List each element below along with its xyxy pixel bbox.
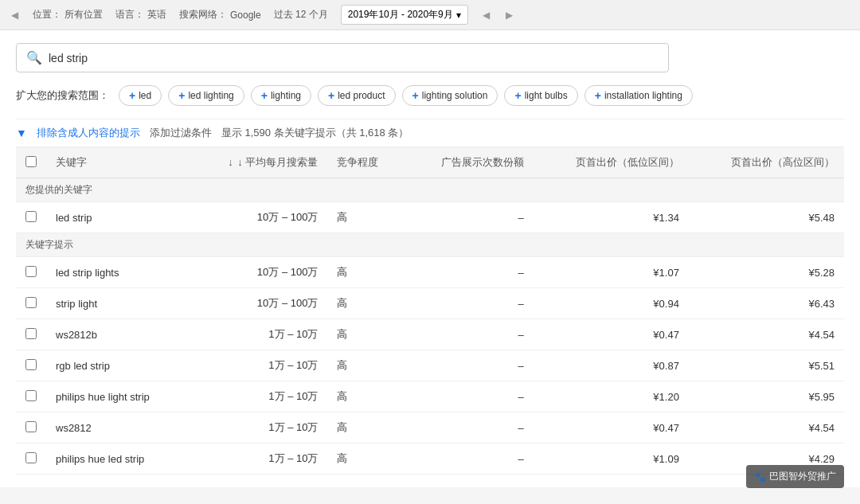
language-label: 语言： [115,8,144,21]
row-bid-high: ¥4.54 [689,412,844,443]
row-checkbox-cell[interactable] [16,443,46,475]
row-bid-low: ¥0.47 [534,412,689,443]
watermark: 🐾 巴图智外贸推广 [746,465,844,487]
date-range-button[interactable]: 2019年10月 - 2020年9月 ▾ [341,5,468,25]
row-impression: – [405,443,534,475]
row-competition: 高 [327,288,404,319]
row-impression: – [405,319,534,350]
period-label: 过去 12 个月 [274,8,328,21]
row-keyword: led strip lights [46,257,190,288]
filter-bar: ▼ 排除含成人内容的提示 添加过滤条件 显示 1,590 条关键字提示（共 1,… [16,119,844,147]
row-competition: 高 [327,381,404,412]
row-volume: 1万 – 10万 [190,443,328,475]
tag-label-installation-lighting: installation lighting [604,90,682,101]
select-all-checkbox[interactable] [25,156,37,167]
watermark-text: 巴图智外贸推广 [769,470,836,483]
row-competition: 高 [327,202,404,233]
table-row: led strip 10万 – 100万 高 – ¥1.34 ¥5.48 [16,202,844,233]
row-checkbox-cell[interactable] [16,202,46,233]
row-checkbox[interactable] [25,211,37,222]
row-keyword: philips hue led strip [46,443,190,475]
row-checkbox[interactable] [25,328,37,339]
row-volume: 10万 – 100万 [190,257,328,288]
search-query: led strip [49,52,88,64]
filter-count: 显示 1,590 条关键字提示（共 1,618 条） [221,126,409,140]
table-row: philips hue led strip 1万 – 10万 高 – ¥1.09… [16,443,844,475]
watermark-icon: 🐾 [754,471,766,483]
row-bid-low: ¥0.94 [534,288,689,319]
row-competition: 高 [327,350,404,381]
row-checkbox-cell[interactable] [16,319,46,350]
tag-light-bulbs[interactable]: + light bulbs [504,85,577,106]
plus-icon-lighting-solution: + [412,89,419,102]
row-competition: 高 [327,319,404,350]
tag-label-lighting: lighting [271,90,301,101]
tag-label-led-product: led product [338,90,385,101]
row-checkbox-cell[interactable] [16,412,46,443]
network-value[interactable]: Google [230,10,261,21]
next-arrow[interactable]: ▶ [504,10,514,21]
row-checkbox[interactable] [25,359,37,370]
row-bid-low: ¥0.87 [534,350,689,381]
expand-section: 扩大您的搜索范围： + led + led lighting + lightin… [16,85,844,106]
tag-led-lighting[interactable]: + led lighting [168,85,244,106]
row-volume: 1万 – 10万 [190,350,328,381]
tag-led[interactable]: + led [119,85,162,106]
row-competition: 高 [327,257,404,288]
add-filter-button[interactable]: 添加过滤条件 [150,126,212,140]
table-row: ws2812 1万 – 10万 高 – ¥0.47 ¥4.54 [16,412,844,443]
row-volume: 10万 – 100万 [190,202,328,233]
header-volume[interactable]: ↓ ↓ 平均每月搜索量 [190,147,328,178]
row-checkbox-cell[interactable] [16,381,46,412]
row-keyword: rgb led strip [46,350,190,381]
header-impression: 广告展示次数份额 [405,147,534,178]
row-checkbox[interactable] [25,390,37,401]
sort-arrow: ↓ [228,156,236,168]
table-row: ws2812b 1万 – 10万 高 – ¥0.47 ¥4.54 [16,319,844,350]
row-impression: – [405,257,534,288]
row-keyword: led strip [46,202,190,233]
row-impression: – [405,202,534,233]
row-bid-high: ¥5.28 [689,257,844,288]
row-keyword: ws2812 [46,412,190,443]
prev-arrow[interactable]: ◀ [481,10,491,21]
row-keyword: strip light [46,288,190,319]
row-competition: 高 [327,412,404,443]
row-impression: – [405,350,534,381]
tag-lighting-solution[interactable]: + lighting solution [402,85,498,106]
row-volume: 1万 – 10万 [190,381,328,412]
tag-led-product[interactable]: + led product [318,85,396,106]
table-row: philips hue light strip 1万 – 10万 高 – ¥1.… [16,381,844,412]
table-row: rgb led strip 1万 – 10万 高 – ¥0.87 ¥5.51 [16,350,844,381]
row-checkbox[interactable] [25,266,37,277]
header-competition: 竞争程度 [327,147,404,178]
language-value[interactable]: 英语 [147,8,166,21]
row-checkbox[interactable] [25,421,37,432]
row-bid-low: ¥1.07 [534,257,689,288]
exclude-adult-link[interactable]: 排除含成人内容的提示 [37,126,140,140]
header-keyword: 关键字 [46,147,190,178]
tag-installation-lighting[interactable]: + installation lighting [584,85,693,106]
row-checkbox-cell[interactable] [16,257,46,288]
section-suggestions-label: 关键字提示 [16,233,844,257]
row-keyword: ws2812b [46,319,190,350]
row-impression: – [405,288,534,319]
date-range-text: 2019年10月 - 2020年9月 [348,8,453,21]
location-label: 位置： [33,8,61,21]
row-checkbox[interactable] [25,297,37,308]
row-volume: 1万 – 10万 [190,319,328,350]
row-checkbox-cell[interactable] [16,288,46,319]
top-bar: ◀ 位置： 所有位置 语言： 英语 搜索网络： Google 过去 12 个月 … [0,0,860,30]
row-impression: – [405,412,534,443]
header-checkbox-col[interactable] [16,147,46,178]
tag-label-led: led [139,90,151,101]
row-checkbox[interactable] [25,452,37,463]
location-value[interactable]: 所有位置 [64,8,103,21]
row-bid-high: ¥5.48 [689,202,844,233]
back-arrow[interactable]: ◀ [10,10,20,21]
row-bid-high: ¥5.95 [689,381,844,412]
row-bid-high: ¥6.43 [689,288,844,319]
tag-lighting[interactable]: + lighting [251,85,311,106]
row-checkbox-cell[interactable] [16,350,46,381]
keyword-table: 关键字 ↓ ↓ 平均每月搜索量 竞争程度 广告展示次数份额 页首出价（低位区间）… [16,147,844,475]
